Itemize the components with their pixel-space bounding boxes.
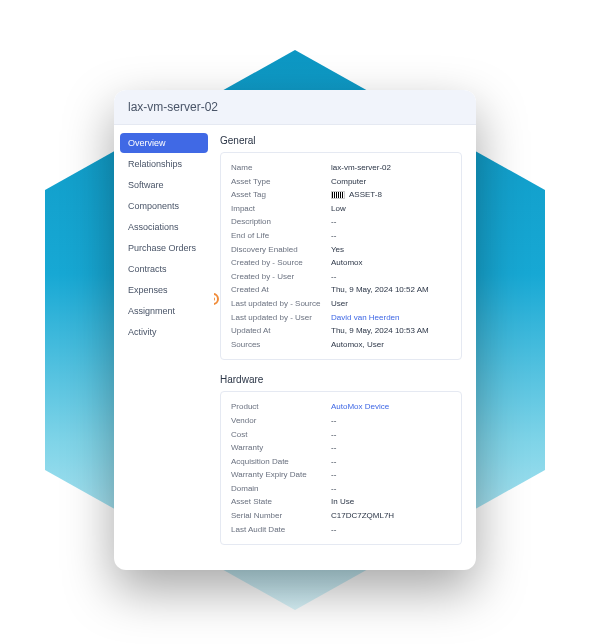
- field-value: Automox: [331, 256, 363, 270]
- field-row: Namelax-vm-server-02: [231, 161, 451, 175]
- field-row: Last updated by - UserDavid van Heerden: [231, 311, 451, 325]
- field-value: --: [331, 482, 336, 496]
- field-label: Created by - User: [231, 270, 331, 284]
- field-label: Discovery Enabled: [231, 243, 331, 257]
- section-title-general: General: [220, 135, 462, 146]
- field-value: Computer: [331, 175, 366, 189]
- field-value[interactable]: AutoMox Device: [331, 400, 389, 414]
- barcode-icon: [331, 191, 345, 199]
- sidebar-item-overview[interactable]: Overview: [120, 133, 208, 153]
- field-value: --: [331, 441, 336, 455]
- field-row: Vendor--: [231, 414, 451, 428]
- field-row: Acquisition Date--: [231, 455, 451, 469]
- field-value: Low: [331, 202, 346, 216]
- field-row: Cost--: [231, 428, 451, 442]
- sidebar-item-software[interactable]: Software: [120, 175, 208, 195]
- field-label: Serial Number: [231, 509, 331, 523]
- annotation-marker-icon: [214, 293, 219, 305]
- field-label: Updated At: [231, 324, 331, 338]
- field-label: Last updated by - Source: [231, 297, 331, 311]
- field-value: User: [331, 297, 348, 311]
- field-value: --: [331, 455, 336, 469]
- field-row: Created by - User--: [231, 270, 451, 284]
- section-hardware: ProductAutoMox DeviceVendor--Cost--Warra…: [220, 391, 462, 545]
- field-label: Vendor: [231, 414, 331, 428]
- field-label: Description: [231, 215, 331, 229]
- field-label: Domain: [231, 482, 331, 496]
- card-header: lax-vm-server-02: [114, 90, 476, 125]
- field-label: Last Audit Date: [231, 523, 331, 537]
- field-row: Asset TypeComputer: [231, 175, 451, 189]
- sidebar-item-purchase-orders[interactable]: Purchase Orders: [120, 238, 208, 258]
- field-value: --: [331, 428, 336, 442]
- field-label: Warranty: [231, 441, 331, 455]
- field-label: Product: [231, 400, 331, 414]
- field-row: Asset StateIn Use: [231, 495, 451, 509]
- field-label: Warranty Expiry Date: [231, 468, 331, 482]
- asset-detail-card: lax-vm-server-02 Overview Relationships …: [114, 90, 476, 570]
- field-value[interactable]: David van Heerden: [331, 311, 399, 325]
- sidebar-item-expenses[interactable]: Expenses: [120, 280, 208, 300]
- field-value: --: [331, 215, 336, 229]
- sidebar-item-contracts[interactable]: Contracts: [120, 259, 208, 279]
- field-value: Thu, 9 May, 2024 10:53 AM: [331, 324, 429, 338]
- field-label: Cost: [231, 428, 331, 442]
- field-row: Last updated by - SourceUser: [231, 297, 451, 311]
- field-label: Asset State: [231, 495, 331, 509]
- field-value: --: [331, 523, 336, 537]
- sidebar-item-relationships[interactable]: Relationships: [120, 154, 208, 174]
- field-label: Last updated by - User: [231, 311, 331, 325]
- field-label: Created At: [231, 283, 331, 297]
- field-value: --: [331, 414, 336, 428]
- field-row: Last Audit Date--: [231, 523, 451, 537]
- field-value: ASSET-8: [331, 188, 382, 202]
- field-label: Asset Tag: [231, 188, 331, 202]
- field-row: Asset TagASSET-8: [231, 188, 451, 202]
- field-value: C17DC7ZQML7H: [331, 509, 394, 523]
- main-content: General Namelax-vm-server-02Asset TypeCo…: [214, 125, 476, 570]
- field-label: Created by - Source: [231, 256, 331, 270]
- field-value: Thu, 9 May, 2024 10:52 AM: [331, 283, 429, 297]
- sidebar: Overview Relationships Software Componen…: [114, 125, 214, 570]
- field-value: lax-vm-server-02: [331, 161, 391, 175]
- page-title: lax-vm-server-02: [128, 100, 462, 114]
- field-row: ProductAutoMox Device: [231, 400, 451, 414]
- field-row: Domain--: [231, 482, 451, 496]
- field-label: Acquisition Date: [231, 455, 331, 469]
- field-row: Serial NumberC17DC7ZQML7H: [231, 509, 451, 523]
- field-label: Sources: [231, 338, 331, 352]
- field-value: Automox, User: [331, 338, 384, 352]
- section-title-hardware: Hardware: [220, 374, 462, 385]
- field-value: --: [331, 229, 336, 243]
- field-label: Name: [231, 161, 331, 175]
- field-row: Created AtThu, 9 May, 2024 10:52 AM: [231, 283, 451, 297]
- sidebar-item-assignment[interactable]: Assignment: [120, 301, 208, 321]
- field-row: Warranty--: [231, 441, 451, 455]
- field-value: --: [331, 468, 336, 482]
- field-row: Description--: [231, 215, 451, 229]
- sidebar-item-activity[interactable]: Activity: [120, 322, 208, 342]
- field-value: --: [331, 270, 336, 284]
- field-row: End of Life--: [231, 229, 451, 243]
- sidebar-item-components[interactable]: Components: [120, 196, 208, 216]
- card-body: Overview Relationships Software Componen…: [114, 125, 476, 570]
- field-label: Impact: [231, 202, 331, 216]
- field-row: Updated AtThu, 9 May, 2024 10:53 AM: [231, 324, 451, 338]
- field-row: ImpactLow: [231, 202, 451, 216]
- field-row: Discovery EnabledYes: [231, 243, 451, 257]
- field-row: Warranty Expiry Date--: [231, 468, 451, 482]
- sidebar-item-associations[interactable]: Associations: [120, 217, 208, 237]
- section-general: Namelax-vm-server-02Asset TypeComputerAs…: [220, 152, 462, 360]
- field-row: SourcesAutomox, User: [231, 338, 451, 352]
- field-value: In Use: [331, 495, 354, 509]
- field-label: Asset Type: [231, 175, 331, 189]
- field-value: Yes: [331, 243, 344, 257]
- field-row: Created by - SourceAutomox: [231, 256, 451, 270]
- field-label: End of Life: [231, 229, 331, 243]
